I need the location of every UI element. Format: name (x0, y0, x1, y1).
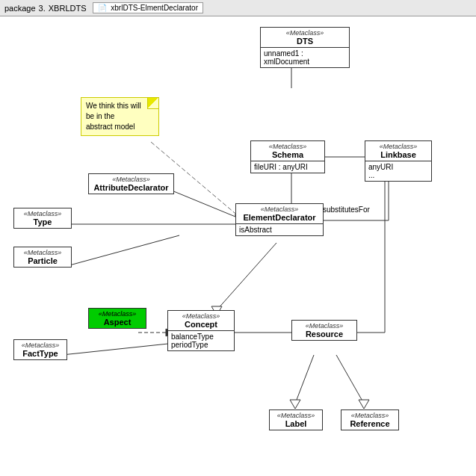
schema-attrs: fileURI : anyURI (251, 161, 324, 173)
class-schema: «Metaclass» Schema fileURI : anyURI (250, 140, 325, 173)
header: package 3. XBRLDTS 📄 xbrlDTS-ElmentDecla… (0, 0, 476, 16)
label-name: Label (270, 419, 322, 430)
reference-stereotype: «Metaclass» (341, 410, 398, 419)
class-particle: «Metaclass» Particle (13, 247, 72, 268)
class-attribute-declarator: «Metaclass» AttributeDeclarator (88, 173, 174, 194)
type-stereotype: «Metaclass» (14, 208, 71, 217)
elemdecl-stereotype: «Metaclass» (236, 204, 323, 213)
svg-line-20 (336, 355, 364, 404)
header-package-number: 3. (39, 4, 46, 13)
class-resource: «Metaclass» Resource (291, 320, 357, 341)
linkbase-name: Linkbase (365, 150, 431, 161)
particle-name: Particle (14, 256, 71, 267)
schema-name: Schema (251, 150, 324, 161)
schema-stereotype: «Metaclass» (251, 141, 324, 150)
concept-stereotype: «Metaclass» (168, 311, 234, 320)
header-package-label: package (4, 4, 36, 13)
reference-name: Reference (341, 419, 398, 430)
class-dts: «Metaclass» DTS unnamed1 : xmlDocument (260, 27, 350, 68)
dts-stereotype: «Metaclass» (261, 28, 349, 37)
concept-name: Concept (168, 320, 234, 330)
dts-attrs: unnamed1 : xmlDocument (261, 47, 349, 67)
aspect-name: Aspect (89, 318, 146, 328)
class-element-declarator: «Metaclass» ElementDeclarator isAbstract (235, 203, 324, 236)
header-package-name: XBRLDTS (49, 4, 87, 13)
sticky-note-text: We think this willbe in theabstract mode… (86, 102, 141, 131)
concept-attrs: balanceTypeperiodType (168, 330, 234, 350)
resource-stereotype: «Metaclass» (292, 321, 356, 330)
class-reference: «Metaclass» Reference (341, 409, 399, 430)
type-name: Type (14, 217, 71, 228)
class-fact-type: «Metaclass» FactType (13, 339, 67, 360)
elemdecl-attrs: isAbstract (236, 223, 323, 235)
svg-line-11 (69, 235, 179, 265)
attrdecl-stereotype: «Metaclass» (89, 174, 173, 183)
facttype-stereotype: «Metaclass» (14, 340, 67, 349)
dts-name: DTS (261, 37, 349, 47)
diagram-lines (0, 0, 476, 476)
particle-stereotype: «Metaclass» (14, 247, 71, 256)
aspect-stereotype: «Metaclass» (89, 309, 146, 318)
svg-marker-19 (290, 400, 300, 409)
svg-line-18 (295, 355, 314, 404)
svg-line-5 (172, 191, 235, 217)
svg-line-16 (62, 344, 168, 355)
svg-marker-21 (359, 400, 369, 409)
elemdecl-name: ElementDeclarator (236, 213, 323, 223)
facttype-name: FactType (14, 349, 67, 359)
class-aspect: «Metaclass» Aspect (88, 308, 146, 329)
label-stereotype: «Metaclass» (270, 410, 322, 419)
linkbase-stereotype: «Metaclass» (365, 141, 431, 150)
sticky-note: We think this willbe in theabstract mode… (81, 97, 159, 136)
header-tab[interactable]: 📄 xbrlDTS-ElmentDeclarator (93, 2, 203, 13)
resource-name: Resource (292, 330, 356, 340)
attrdecl-name: AttributeDeclarator (89, 183, 173, 194)
class-label: «Metaclass» Label (269, 409, 323, 430)
class-concept: «Metaclass» Concept balanceTypeperiodTyp… (167, 310, 235, 351)
svg-line-12 (217, 243, 276, 310)
substitutes-for-label: substitutesFor (323, 205, 370, 214)
class-type: «Metaclass» Type (13, 208, 72, 229)
linkbase-attrs: anyURI... (365, 161, 431, 181)
class-linkbase: «Metaclass» Linkbase anyURI... (365, 140, 432, 182)
